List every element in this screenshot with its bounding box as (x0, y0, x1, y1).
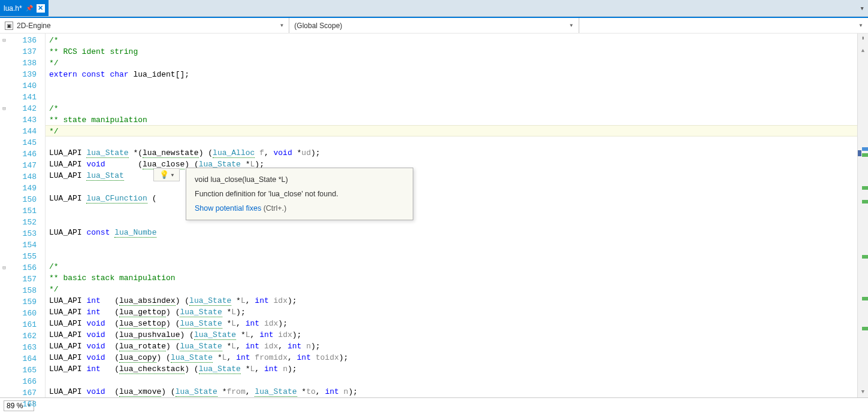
ruler-mark[interactable] (862, 153, 868, 157)
tab-bar: lua.h* 📌 ✕ ▾ (0, 0, 868, 17)
line-number: 165 (8, 366, 41, 375)
line-number: 152 (8, 218, 41, 227)
gutter-row: 155 (0, 251, 45, 262)
code-line[interactable]: LUA_API void (lua_pushvalue) (lua_State … (46, 329, 857, 341)
gutter-row: 159 (0, 296, 45, 308)
gutter-row: 161 (0, 319, 45, 330)
project-dropdown[interactable]: ▣ 2D-Engine ▼ (0, 18, 289, 33)
code-line[interactable]: */ (46, 57, 857, 69)
code-line[interactable]: /* (46, 103, 857, 114)
fold-toggle[interactable]: ⊟ (0, 37, 8, 44)
member-dropdown[interactable]: ▼ (579, 18, 868, 33)
code-line[interactable]: LUA_API void (lua_xmove) (lua_State *fro… (46, 386, 857, 397)
show-fixes-link[interactable]: Show potential fixes (195, 204, 261, 212)
caret-position-mark (858, 150, 861, 156)
gutter-row: 143 (0, 114, 45, 126)
ruler-mark[interactable] (862, 186, 868, 190)
lightbulb-quick-action[interactable]: 💡 ▼ (153, 168, 180, 181)
code-line[interactable] (46, 215, 857, 227)
line-number: 147 (8, 161, 41, 170)
file-tab[interactable]: lua.h* 📌 ✕ (0, 0, 49, 16)
line-number: 154 (8, 241, 41, 250)
code-line[interactable]: LUA_API const lua_Numbe (46, 227, 857, 238)
line-number: 141 (8, 93, 41, 102)
line-number: 161 (8, 320, 41, 329)
line-number: 156 (8, 263, 41, 272)
gutter: ⊟136137138139140141⊟14214314414514614714… (0, 34, 46, 397)
ruler-mark[interactable] (862, 327, 868, 330)
lightbulb-icon: 💡 (159, 170, 169, 180)
line-number: 159 (8, 297, 41, 306)
code-line[interactable]: */ (46, 284, 857, 295)
scroll-down-icon[interactable]: ▼ (858, 389, 868, 395)
ruler-mark[interactable] (862, 297, 868, 300)
line-number: 140 (8, 81, 41, 90)
code-line[interactable]: ** basic stack manipulation (46, 272, 857, 284)
gutter-row: 162 (0, 330, 45, 342)
chevron-down-icon: ▾ (860, 4, 864, 13)
line-number: 158 (8, 286, 41, 295)
chevron-down-icon: ▼ (171, 172, 174, 178)
code-line[interactable] (46, 92, 857, 103)
code-line[interactable] (46, 80, 857, 92)
code-line[interactable]: extern const char lua_ident[]; (46, 69, 857, 80)
close-icon[interactable]: ✕ (37, 4, 45, 13)
code-line[interactable] (46, 375, 857, 386)
line-number: 139 (8, 70, 41, 79)
fold-toggle[interactable]: ⊟ (0, 105, 8, 112)
code-line[interactable]: LUA_API int (lua_gettop) (lua_State *L); (46, 306, 857, 318)
pin-icon[interactable]: 📌 (26, 5, 33, 11)
code-line[interactable] (46, 136, 857, 147)
line-number: 164 (8, 354, 41, 363)
gutter-row: 150 (0, 194, 45, 205)
gutter-row: 139 (0, 69, 45, 80)
code-line[interactable] (46, 250, 857, 261)
ruler-mark[interactable] (862, 147, 868, 151)
scope-dropdown[interactable]: (Global Scope) ▼ (289, 18, 579, 33)
line-number: 144 (8, 127, 41, 136)
code-line[interactable]: */ (46, 125, 857, 136)
line-number: 145 (8, 138, 41, 147)
line-number: 137 (8, 47, 41, 56)
code-line[interactable]: LUA_API void (lua_copy) (lua_State *L, i… (46, 352, 857, 363)
code-line[interactable] (46, 238, 857, 250)
gutter-row: 146 (0, 148, 45, 160)
code-line[interactable]: /* (46, 35, 857, 46)
line-number: 136 (8, 36, 41, 45)
ruler-mark[interactable] (862, 200, 868, 204)
overview-ruler[interactable]: ⬍ ▲ ▼ (857, 34, 868, 397)
gutter-row: ⊟156 (0, 262, 45, 274)
code-line[interactable] (46, 204, 857, 215)
line-number: 138 (8, 59, 41, 68)
code-line[interactable]: LUA_API int (lua_absindex) (lua_State *L… (46, 295, 857, 306)
fold-toggle[interactable]: ⊟ (0, 265, 8, 271)
ruler-mark[interactable] (862, 255, 868, 259)
line-number: 168 (8, 400, 41, 409)
chevron-down-icon: ▼ (858, 23, 863, 28)
code-area[interactable]: 💡 ▼ void lua_close(lua_State *L) Functio… (46, 34, 857, 397)
line-number: 146 (8, 150, 41, 159)
gutter-row: 145 (0, 137, 45, 148)
code-line[interactable] (46, 181, 857, 193)
editor-area: ⊟136137138139140141⊟14214314414514614714… (0, 34, 868, 397)
split-icon[interactable]: ⬍ (859, 35, 867, 43)
gutter-row: 154 (0, 239, 45, 251)
code-line[interactable]: LUA_API void (lua_rotate) (lua_State *L,… (46, 341, 857, 352)
gutter-row: 151 (0, 205, 45, 217)
code-line[interactable]: ** RCS ident string (46, 46, 857, 57)
code-line[interactable]: LUA_API lua_CFunction ( panicf); (46, 193, 857, 204)
code-line[interactable]: /* (46, 261, 857, 272)
gutter-row: 168 (0, 399, 45, 410)
gutter-row: 166 (0, 376, 45, 387)
tab-overflow-dropdown[interactable]: ▾ (856, 0, 868, 16)
line-number: 162 (8, 332, 41, 341)
code-line[interactable]: LUA_API lua_State *(lua_newstate) (lua_A… (46, 147, 857, 159)
code-line[interactable]: ** state manipulation (46, 114, 857, 126)
gutter-row: 163 (0, 342, 45, 353)
code-line[interactable]: LUA_API int (lua_checkstack) (lua_State … (46, 363, 857, 375)
code-line[interactable]: LUA_API void (lua_settop) (lua_State *L,… (46, 318, 857, 329)
gutter-row: 140 (0, 80, 45, 92)
gutter-row: 164 (0, 353, 45, 365)
gutter-row: 148 (0, 171, 45, 183)
scroll-up-icon[interactable]: ▲ (858, 48, 868, 54)
